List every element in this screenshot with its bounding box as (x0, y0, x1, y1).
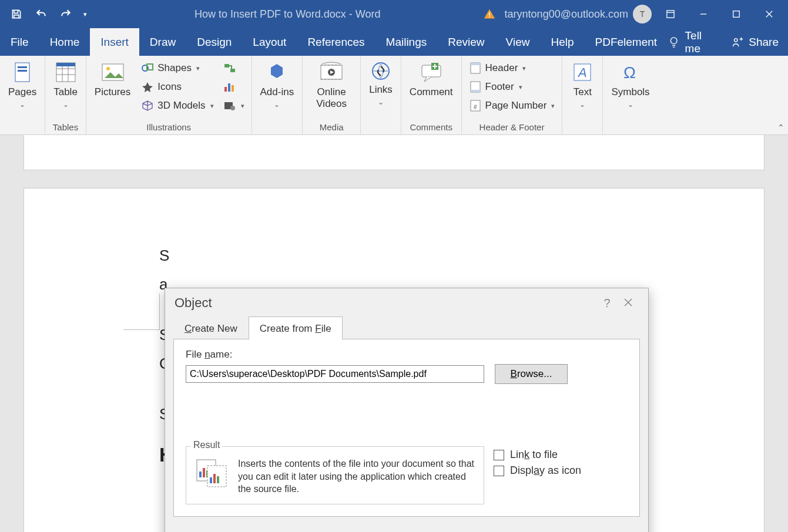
shapes-icon (141, 62, 154, 74)
document-area: Sthe cursor whe agroup of tools Sfind th… (0, 135, 788, 532)
filename-input[interactable] (186, 365, 484, 383)
svg-rect-26 (471, 63, 480, 65)
result-box: Result Inserts the contents of the file … (186, 446, 484, 504)
chart-icon (223, 81, 236, 93)
text-icon: A (571, 60, 594, 84)
doc-text-line: S (159, 241, 169, 270)
qat-customize-icon[interactable]: ▾ (79, 2, 92, 26)
filename-label: File name: (186, 349, 628, 361)
comment-icon (418, 60, 444, 84)
svg-rect-40 (213, 474, 216, 483)
shapes-label: Shapes (157, 62, 192, 74)
tab-view[interactable]: View (495, 28, 541, 56)
collapse-ribbon-icon[interactable]: ⌃ (777, 123, 784, 132)
svg-text:Ω: Ω (623, 63, 636, 82)
chevron-down-icon: ⌄ (19, 100, 25, 109)
tab-references[interactable]: References (297, 28, 375, 56)
group-illustrations: Pictures Shapes▾ Icons 3D Models▾ ▾ Illu… (86, 56, 252, 134)
undo-icon[interactable] (29, 2, 53, 26)
document-title: How to Insert PDF to Word.docx - Word (92, 8, 484, 21)
icons-icon (141, 81, 154, 93)
tab-draw[interactable]: Draw (139, 28, 186, 56)
minimize-icon[interactable] (689, 2, 717, 26)
symbols-button[interactable]: Ω Symbols ⌄ (608, 59, 653, 110)
pictures-label: Pictures (95, 86, 130, 98)
object-dialog: Object ? Create New Create from File Fil… (165, 288, 649, 532)
3d-label: 3D Models (157, 100, 205, 112)
group-comments-label: Comments (406, 121, 457, 133)
text-button[interactable]: A Text ⌄ (567, 59, 598, 110)
close-icon[interactable] (618, 297, 639, 310)
tab-mailings[interactable]: Mailings (375, 28, 438, 56)
svg-point-2 (670, 37, 677, 43)
title-right: taryntong00@outlook.com T (484, 2, 783, 26)
help-icon[interactable]: ? (596, 297, 618, 310)
close-icon[interactable] (755, 2, 783, 26)
dialog-title: Object (175, 295, 596, 311)
tab-review[interactable]: Review (437, 28, 495, 56)
tab-file[interactable]: File (0, 28, 39, 56)
online-videos-button[interactable]: Online Videos (307, 59, 356, 111)
comment-button[interactable]: Comment (406, 59, 457, 99)
svg-rect-16 (228, 83, 230, 92)
tab-pdfelement[interactable]: PDFelement (585, 28, 668, 56)
link-to-file-checkbox[interactable]: Link to file (494, 449, 628, 461)
svg-rect-1 (733, 11, 740, 18)
screenshot-button[interactable]: ▾ (221, 97, 247, 115)
group-links-label (366, 121, 396, 133)
table-button[interactable]: Table ⌄ (50, 59, 81, 110)
smartart-button[interactable] (221, 59, 247, 77)
dialog-titlebar: Object ? (165, 288, 648, 316)
save-icon[interactable] (5, 2, 28, 26)
redo-icon[interactable] (54, 2, 78, 26)
addins-icon (265, 60, 289, 84)
svg-rect-4 (15, 63, 29, 82)
group-headerfooter: Header▾ Footer▾ #Page Number▾ Header & F… (462, 56, 563, 134)
header-icon (469, 62, 482, 75)
pagenumber-button[interactable]: #Page Number▾ (467, 97, 558, 115)
header-button[interactable]: Header▾ (467, 59, 558, 77)
shapes-button[interactable]: Shapes▾ (139, 59, 216, 77)
links-button[interactable]: Links ⌄ (366, 59, 396, 107)
icons-button[interactable]: Icons (139, 78, 216, 96)
svg-point-19 (230, 106, 235, 110)
footer-button[interactable]: Footer▾ (467, 78, 558, 96)
svg-text:#: # (474, 104, 477, 110)
svg-rect-17 (232, 85, 234, 92)
tab-help[interactable]: Help (540, 28, 584, 56)
addins-button[interactable]: Add-ins ⌄ (257, 59, 298, 110)
tab-home[interactable]: Home (39, 28, 90, 56)
table-label: Table (53, 86, 78, 98)
3d-models-button[interactable]: 3D Models▾ (139, 97, 216, 115)
browse-button[interactable]: Browse... (495, 364, 568, 384)
group-media-label: Media (307, 121, 356, 133)
svg-point-3 (735, 38, 738, 42)
3d-icon (141, 100, 154, 112)
tab-design[interactable]: Design (186, 28, 242, 56)
svg-point-10 (106, 67, 110, 70)
comment-label: Comment (410, 86, 453, 98)
video-icon (318, 60, 344, 84)
maximize-icon[interactable] (722, 2, 750, 26)
tab-layout[interactable]: Layout (242, 28, 297, 56)
share-icon (731, 36, 744, 49)
ruler-mark (123, 294, 160, 330)
pictures-button[interactable]: Pictures (91, 59, 134, 99)
group-text: A Text ⌄ (562, 56, 603, 134)
ribbon-display-icon[interactable] (656, 2, 685, 26)
tell-me-button[interactable]: Tell me (668, 29, 719, 55)
page-icon (12, 60, 33, 84)
user-avatar[interactable]: T (633, 5, 652, 23)
group-illustrations-label: Illustrations (91, 121, 247, 133)
link-icon (370, 60, 391, 82)
smartart-icon (223, 62, 236, 74)
chart-button[interactable] (221, 78, 247, 96)
share-button[interactable]: Share (731, 36, 779, 49)
quick-access-toolbar: ▾ (5, 2, 92, 26)
tab-insert[interactable]: Insert (90, 28, 139, 56)
tab-create-new[interactable]: Create New (173, 316, 249, 339)
display-as-icon-checkbox[interactable]: Display as icon (494, 464, 628, 477)
svg-text:A: A (577, 65, 587, 80)
pages-button[interactable]: Pages ⌄ (5, 59, 40, 110)
tab-create-from-file[interactable]: Create from File (249, 316, 343, 339)
